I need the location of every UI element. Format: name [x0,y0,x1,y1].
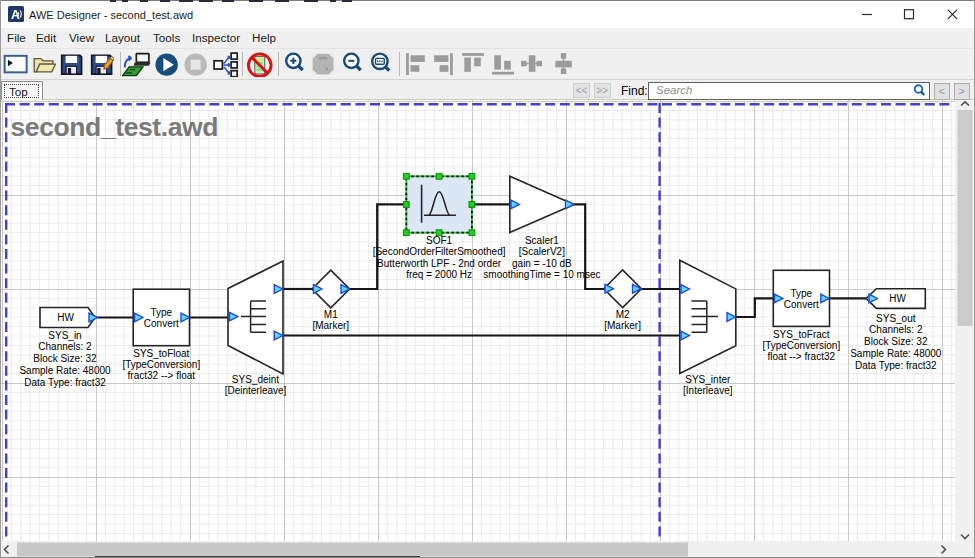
svg-text:[Marker]: [Marker] [312,320,349,331]
svg-text:Convert: Convert [144,318,179,329]
svg-text:Type: Type [790,288,812,299]
svg-text:Scaler1: Scaler1 [525,235,559,246]
svg-text:Sample Rate: 48000: Sample Rate: 48000 [850,348,942,359]
svg-text:[SecondOrderFilterSmoothed]: [SecondOrderFilterSmoothed] [373,246,506,257]
svg-text:freq = 2000 Hz: freq = 2000 Hz [406,269,472,280]
svg-text:[Deinterleave]: [Deinterleave] [225,385,287,396]
svg-text:float --> fract32: float --> fract32 [768,351,836,362]
svg-text:SYS_toFloat: SYS_toFloat [133,348,189,359]
svg-text:Data Type: fract32: Data Type: fract32 [855,360,937,371]
svg-text:SYS_in: SYS_in [48,330,81,341]
svg-text:SYS_deint: SYS_deint [232,374,279,385]
svg-text:SYS_out: SYS_out [876,313,916,324]
svg-text:Convert: Convert [784,299,819,310]
svg-text:SYS_inter: SYS_inter [685,374,731,385]
svg-text:Block Size: 32: Block Size: 32 [864,336,928,347]
svg-text:smoothingTime = 10 msec: smoothingTime = 10 msec [483,269,600,280]
svg-text:Type: Type [150,307,172,318]
svg-text:SOF1: SOF1 [426,235,453,246]
svg-text:[Interleave]: [Interleave] [683,385,733,396]
svg-text:M2: M2 [616,309,630,320]
svg-text:Butterworth LPF - 2nd order: Butterworth LPF - 2nd order [377,258,502,269]
svg-text:HW: HW [57,312,74,323]
svg-text:Block Size: 32: Block Size: 32 [33,353,97,364]
svg-text:AWE Designer - second_test.awd: AWE Designer - second_test.awd [29,9,193,21]
svg-text:[Marker]: [Marker] [604,320,641,331]
svg-text:[TypeConversion]: [TypeConversion] [762,340,840,351]
svg-text:second_test.awd: second_test.awd [11,112,219,142]
svg-text:Channels: 2: Channels: 2 [38,341,92,352]
svg-text:[TypeConversion]: [TypeConversion] [122,359,200,370]
svg-text:gain = -10 dB: gain = -10 dB [512,258,572,269]
svg-text:HW: HW [889,293,906,304]
svg-text:M1: M1 [324,309,338,320]
svg-text:[ScalerV2]: [ScalerV2] [519,246,565,257]
svg-text:Sample Rate: 48000: Sample Rate: 48000 [19,365,111,376]
svg-text:SYS_toFract: SYS_toFract [773,329,830,340]
svg-text:Data Type: fract32: Data Type: fract32 [24,377,106,388]
svg-text:Channels: 2: Channels: 2 [869,324,923,335]
svg-text:fract32 --> float: fract32 --> float [128,370,196,381]
